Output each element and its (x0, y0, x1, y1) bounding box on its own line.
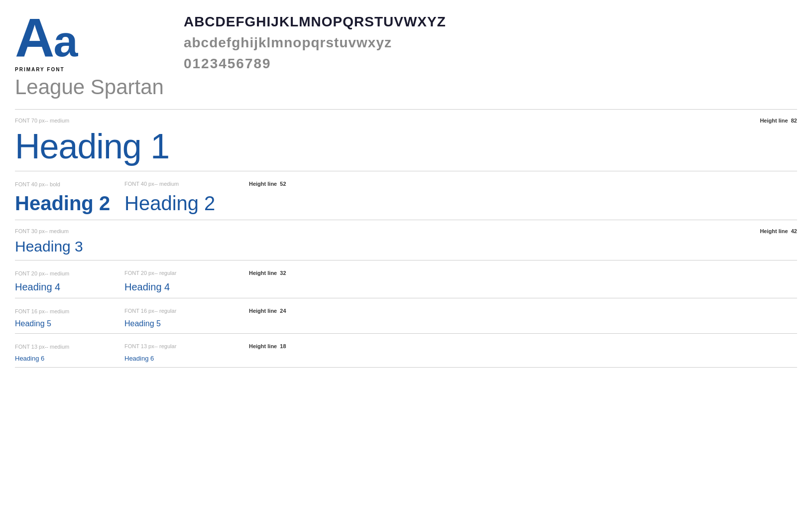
heading5-meta-left: FONT 16 px-- medium (15, 306, 124, 315)
heading1-meta1: FONT 70 px-- medium (15, 118, 95, 124)
heading2-meta-left: FONT 40 px-- bold (15, 179, 124, 188)
heading4-display-regular: Heading 4 (124, 281, 170, 293)
heading3-meta: FONT 30 px– medium Height line 42 (15, 228, 797, 234)
heading5-section: FONT 16 px-- medium FONT 16 px-- regular… (15, 298, 797, 334)
heading5-meta2: FONT 16 px-- regular (124, 308, 204, 314)
heading2-display-row: Heading 2 Heading 2 (15, 192, 797, 215)
heading6-display-medium: Heading 6 (15, 355, 124, 362)
heading6-height: Height line 18 (249, 343, 286, 349)
heading2-section: FONT 40 px-- bold FONT 40 px-- medium He… (15, 171, 797, 220)
heading2-meta1: FONT 40 px-- bold (15, 181, 60, 187)
heading1-height: Height line 82 (760, 118, 797, 124)
heading3-meta1: FONT 30 px– medium (15, 228, 95, 234)
heading6-meta-left: FONT 13 px-- medium (15, 342, 124, 351)
heading1-display: Heading 1 (15, 128, 797, 166)
aa-logo: Aa (15, 10, 164, 65)
primary-font-label: PRIMARY FONT (15, 67, 164, 72)
heading5-meta: FONT 16 px-- medium FONT 16 px-- regular… (15, 306, 797, 315)
alphabet-section: ABCDEFGHIJKLMNOPQRSTUVWXYZ abcdefghijklm… (184, 10, 797, 72)
heading6-meta1: FONT 13 px-- medium (15, 344, 69, 350)
heading2-meta: FONT 40 px-- bold FONT 40 px-- medium He… (15, 179, 797, 188)
heading5-display-regular: Heading 5 (124, 319, 161, 328)
heading6-display-row: Heading 6 Heading 6 (15, 355, 797, 362)
alphabet-upper: ABCDEFGHIJKLMNOPQRSTUVWXYZ (184, 14, 797, 30)
heading4-meta-left: FONT 20 px-- medium (15, 268, 124, 277)
heading5-display-medium: Heading 5 (15, 319, 124, 328)
heading6-section: FONT 13 px-- medium FONT 13 px-- regular… (15, 334, 797, 368)
alphabet-numbers: 0123456789 (184, 56, 797, 72)
heading2-meta2: FONT 40 px-- medium (124, 181, 204, 187)
heading6-meta2: FONT 13 px-- regular (124, 343, 204, 349)
heading2-display-bold: Heading 2 (15, 192, 124, 215)
heading4-meta: FONT 20 px-- medium FONT 20 px-- regular… (15, 268, 797, 277)
heading3-section: FONT 30 px– medium Height line 42 Headin… (15, 220, 797, 260)
heading1-meta: FONT 70 px-- medium Height line 82 (15, 118, 797, 124)
font-name: League Spartan (15, 75, 164, 99)
small-a: a (53, 16, 77, 66)
heading3-height: Height line 42 (760, 228, 797, 234)
alphabet-lower: abcdefghijklmnopqrstuvwxyz (184, 35, 797, 51)
top-section: Aa PRIMARY FONT League Spartan ABCDEFGHI… (15, 10, 797, 99)
heading4-height: Height line 32 (249, 270, 286, 276)
heading5-height: Height line 24 (249, 308, 286, 314)
heading6-display-regular: Heading 6 (124, 355, 154, 362)
heading4-section: FONT 20 px-- medium FONT 20 px-- regular… (15, 260, 797, 298)
heading2-display-medium: Heading 2 (124, 192, 215, 215)
big-a: A (15, 6, 53, 68)
heading5-display-row: Heading 5 Heading 5 (15, 319, 797, 328)
heading4-meta1: FONT 20 px-- medium (15, 270, 69, 276)
logo-area: Aa PRIMARY FONT League Spartan (15, 10, 164, 99)
heading6-meta: FONT 13 px-- medium FONT 13 px-- regular… (15, 342, 797, 351)
heading4-meta2: FONT 20 px-- regular (124, 270, 204, 276)
heading5-meta1: FONT 16 px-- medium (15, 308, 69, 314)
heading1-section: FONT 70 px-- medium Height line 82 Headi… (15, 110, 797, 171)
heading4-display-medium: Heading 4 (15, 281, 124, 293)
heading4-display-row: Heading 4 Heading 4 (15, 281, 797, 293)
heading3-display: Heading 3 (15, 238, 797, 255)
heading2-height: Height line 52 (249, 181, 286, 187)
